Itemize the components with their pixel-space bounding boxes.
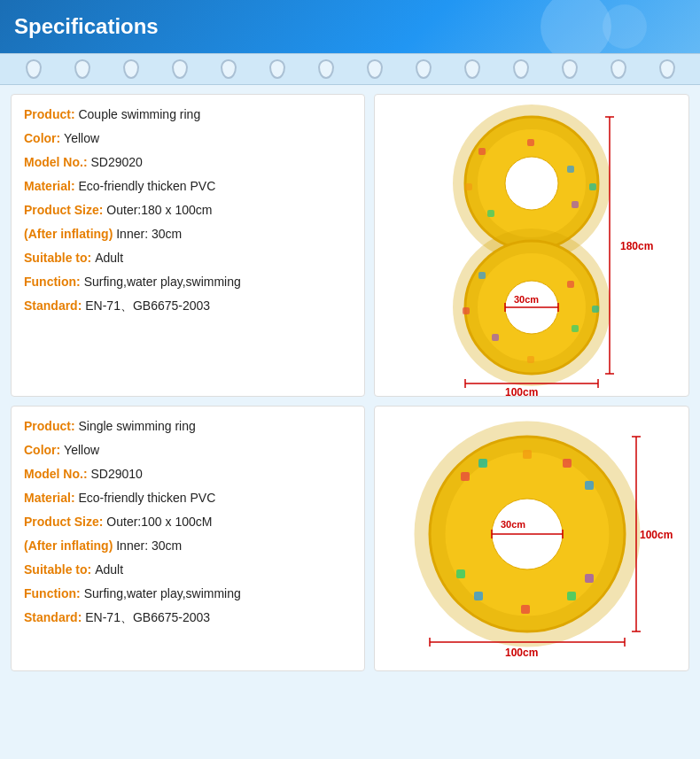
spec-label: Product Size: [24, 203, 106, 217]
spec-line: Product: Single swimming ring [24, 417, 352, 436]
binder-hole [367, 59, 383, 79]
spec-line: Suitable to: Adult [24, 561, 352, 579]
spec-label: Standard: [24, 298, 85, 313]
svg-text:100cm: 100cm [505, 386, 538, 396]
spec-value: Inner: 30cm [116, 538, 182, 553]
page-title: Specifications [14, 14, 159, 39]
spec-value: Yellow [64, 443, 99, 457]
svg-text:100cm: 100cm [505, 647, 538, 659]
spec-value: Couple swimming ring [78, 107, 200, 121]
spec-label: Model No.: [24, 467, 90, 481]
spec-value: Yellow [64, 131, 99, 145]
binder-hole [26, 59, 42, 79]
svg-rect-12 [589, 183, 596, 190]
spec-label: Model No.: [24, 155, 90, 169]
spec-value: Inner: 30cm [116, 227, 182, 241]
binder-strip [0, 53, 700, 85]
svg-rect-37 [456, 569, 465, 578]
header: Specifications [0, 0, 700, 53]
svg-rect-10 [527, 139, 534, 146]
spec-line: (After inflating) Inner: 30cm [24, 537, 352, 555]
svg-rect-15 [492, 334, 499, 341]
svg-rect-16 [572, 325, 579, 332]
spec-panel-2: Product: Single swimming ring Color: Yel… [11, 406, 365, 671]
svg-point-1 [505, 157, 558, 210]
spec-label: Material: [24, 491, 78, 505]
svg-rect-17 [527, 356, 534, 363]
spec-value: EN-71、GB6675-2003 [85, 610, 210, 624]
binder-hole [318, 59, 334, 79]
product-image-1: 180cm 100cm 30cm [374, 94, 689, 397]
svg-rect-7 [567, 166, 574, 173]
spec-label: Product: [24, 419, 75, 433]
svg-rect-11 [465, 183, 472, 190]
spec-line: Function: Surfing,water play,swimming [24, 273, 352, 291]
spec-value: Single swimming ring [78, 419, 195, 433]
binder-hole [74, 59, 90, 79]
svg-rect-35 [461, 472, 470, 481]
spec-line: Material: Eco-friendly thicken PVC [24, 177, 352, 196]
spec-line: Model No.: SD29020 [24, 153, 352, 172]
header-decoration-2 [603, 4, 647, 49]
product-svg-2: 100cm 100cm 30cm [390, 410, 673, 667]
spec-value: Eco-friendly thicken PVC [78, 179, 215, 193]
spec-value: Outer:100 x 100cM [106, 515, 212, 529]
svg-rect-44 [567, 592, 576, 600]
spec-label: Suitable to: [24, 251, 95, 265]
binder-hole [562, 59, 578, 79]
binder-hole [513, 59, 529, 79]
main-content: Product: Couple swimming ring Color: Yel… [0, 85, 700, 680]
spec-label: Color: [24, 131, 64, 145]
spec-line: (After inflating) Inner: 30cm [24, 225, 352, 244]
spec-line: Color: Yellow [24, 129, 352, 148]
spec-line: Product Size: Outer:100 x 100cM [24, 513, 352, 531]
svg-text:30cm: 30cm [514, 294, 539, 305]
binder-hole [464, 59, 480, 79]
binder-hole [172, 59, 188, 79]
svg-rect-13 [478, 272, 486, 279]
binder-hole [269, 59, 285, 79]
spec-line: Standard: EN-71、GB6675-2003 [24, 608, 352, 627]
spec-value: Eco-friendly thicken PVC [78, 491, 215, 505]
svg-rect-40 [521, 605, 530, 614]
binder-hole [123, 59, 139, 79]
spec-line: Standard: EN-71、GB6675-2003 [24, 297, 352, 315]
binder-hole [659, 59, 675, 79]
spec-line: Product: Couple swimming ring [24, 105, 352, 124]
spec-label: (After inflating) [24, 227, 116, 241]
svg-rect-41 [478, 459, 487, 468]
spec-value: Surfing,water play,swimming [84, 586, 241, 600]
spec-label: Color: [24, 443, 64, 457]
svg-rect-8 [487, 210, 494, 217]
svg-rect-19 [592, 306, 599, 313]
spec-panel-1: Product: Couple swimming ring Color: Yel… [11, 94, 365, 397]
svg-rect-14 [567, 281, 574, 288]
product-image-2: 100cm 100cm 30cm [374, 406, 689, 671]
binder-hole [416, 59, 432, 79]
binder-hole [221, 59, 237, 79]
svg-rect-18 [463, 307, 470, 314]
spec-label: (After inflating) [24, 538, 116, 553]
svg-rect-43 [474, 592, 483, 600]
binder-hole [611, 59, 626, 79]
spec-value: EN-71、GB6675-2003 [85, 298, 210, 313]
spec-value: Adult [95, 562, 123, 577]
spec-line: Model No.: SD29010 [24, 465, 352, 484]
svg-text:100cm: 100cm [640, 529, 673, 541]
product-row-2: Product: Single swimming ring Color: Yel… [11, 406, 689, 671]
spec-label: Function: [24, 586, 81, 600]
spec-line: Product Size: Outer:180 x 100cm [24, 201, 352, 220]
spec-label: Material: [24, 179, 78, 193]
spec-value: Surfing,water play,swimming [84, 275, 241, 289]
spec-value: SD29020 [90, 155, 142, 169]
spec-value: SD29010 [90, 467, 142, 481]
spec-label: Function: [24, 275, 81, 289]
svg-rect-36 [585, 481, 594, 490]
spec-line: Function: Surfing,water play,swimming [24, 585, 352, 603]
product-svg-1: 180cm 100cm 30cm [390, 95, 673, 396]
product-row-1: Product: Couple swimming ring Color: Yel… [11, 94, 689, 397]
svg-rect-6 [478, 148, 486, 155]
spec-line: Material: Eco-friendly thicken PVC [24, 489, 352, 507]
svg-rect-38 [585, 574, 594, 583]
spec-line: Suitable to: Adult [24, 249, 352, 267]
